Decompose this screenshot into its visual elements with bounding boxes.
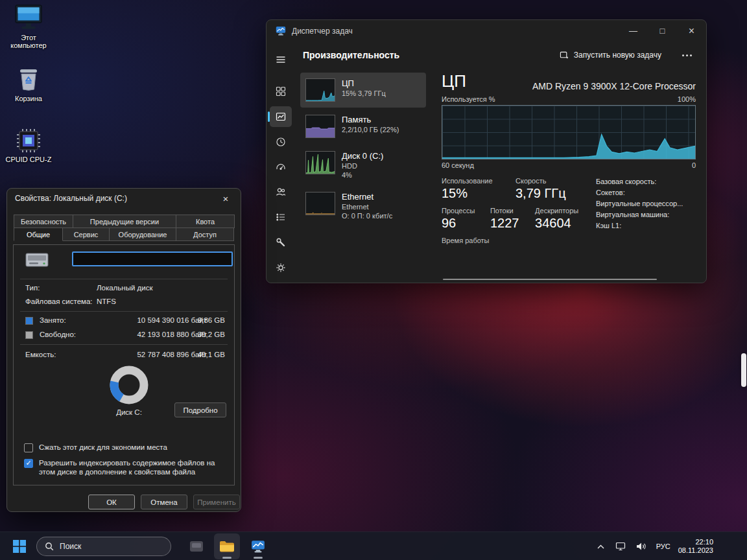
- ethernet-sparkline: [306, 192, 335, 215]
- close-button[interactable]: ×: [677, 20, 706, 41]
- windows-logo-icon: [13, 540, 26, 553]
- general-tab-page: Тип: Локальный диск Файловая система: NT…: [13, 244, 235, 485]
- taskbar-task-manager-icon[interactable]: [245, 533, 271, 559]
- desktop-icon-cpuz[interactable]: CPUID CPU-Z: [3, 128, 54, 163]
- run-new-task-button[interactable]: Запустить новую задачу: [554, 47, 667, 64]
- nav-app-history-icon[interactable]: [270, 132, 292, 152]
- more-options-icon[interactable]: [677, 51, 697, 60]
- taskbar-app-icon[interactable]: [184, 533, 209, 559]
- nav-details-icon[interactable]: [270, 207, 292, 228]
- dialog-title: Свойства: Локальный диск (C:): [15, 194, 127, 203]
- nav-users-icon[interactable]: [270, 181, 292, 202]
- index-checkbox-row[interactable]: ✓ Разрешить индексировать содержимое фай…: [24, 459, 226, 476]
- tray-language-indicator[interactable]: РУС: [654, 542, 672, 550]
- task-manager-icon: [251, 540, 265, 553]
- dialog-titlebar[interactable]: Свойства: Локальный диск (C:): [7, 189, 241, 208]
- processor-name: AMD Ryzen 9 3900X 12-Core Processor: [532, 81, 696, 91]
- nav-processes-icon[interactable]: [270, 81, 292, 102]
- tab-previous-versions[interactable]: Предыдущие версии: [73, 215, 176, 228]
- metric-name: ЦП: [342, 78, 386, 88]
- compress-checkbox-label: Сжать этот диск для экономии места: [39, 443, 167, 452]
- metric-name: Ethernet: [342, 192, 392, 202]
- filesystem-label: Файловая система:: [25, 298, 93, 305]
- desktop-icon-label: Этот компьютер: [3, 34, 54, 49]
- tray-network-icon[interactable]: [614, 539, 628, 554]
- metric-detail: О: 0 П: 0 кбит/с: [342, 212, 392, 220]
- metric-card-cpu[interactable]: ЦП 15% 3,79 ГГц: [300, 73, 426, 108]
- graph-ymax: 100%: [678, 95, 696, 103]
- run-task-label: Запустить новую задачу: [574, 51, 661, 60]
- tray-time: 22:10: [678, 538, 713, 546]
- nav-startup-apps-icon[interactable]: [270, 157, 292, 178]
- index-checkbox-label: Разрешить индексировать содержимое файло…: [39, 459, 226, 476]
- free-size: 39,2 GB: [190, 331, 225, 338]
- horizontal-scrollbar[interactable]: [443, 279, 657, 280]
- recycle-bin-icon: [17, 66, 40, 92]
- maximize-button[interactable]: □: [648, 20, 677, 41]
- taskbar-explorer-icon[interactable]: [214, 533, 240, 559]
- disk-sparkline: [306, 152, 335, 174]
- metric-name: Диск 0 (C:): [342, 151, 383, 161]
- cpu-detail-panel: ЦП AMD Ryzen 9 3900X 12-Core Processor И…: [430, 69, 706, 283]
- nav-services-icon[interactable]: [270, 232, 292, 253]
- info-label: Сокетов:: [596, 189, 696, 196]
- tab-control: Безопасность Предыдущие версии Квота Общ…: [14, 215, 234, 241]
- tab-quota[interactable]: Квота: [176, 215, 235, 228]
- stat-value: 3,79 ГГц: [516, 186, 587, 201]
- settings-gear-icon[interactable]: [270, 257, 292, 278]
- volume-label-input[interactable]: [72, 251, 233, 266]
- filesystem-row: Файловая система: NTFS: [25, 298, 226, 307]
- desktop-icon-label: CPUID CPU-Z: [6, 156, 52, 163]
- tab-general[interactable]: Общие: [14, 228, 63, 241]
- info-label: Кэш L1:: [596, 222, 696, 229]
- tab-tools[interactable]: Сервис: [62, 228, 110, 241]
- info-label: Базовая скорость:: [596, 178, 696, 185]
- desktop-icon-recycle-bin[interactable]: Корзина: [3, 66, 54, 102]
- tab-hardware[interactable]: Оборудование: [109, 228, 176, 241]
- capacity-label: Емкость:: [25, 351, 56, 358]
- free-color-swatch: [25, 331, 33, 339]
- metric-detail: HDD: [342, 162, 383, 170]
- cpu-usage-graph[interactable]: [442, 105, 696, 159]
- memory-sparkline: [306, 115, 335, 137]
- search-input[interactable]: Поиск: [36, 537, 171, 556]
- dialog-close-icon[interactable]: ×: [213, 190, 238, 207]
- details-button[interactable]: Подробно: [174, 402, 226, 417]
- stat-value: 34604: [535, 216, 587, 231]
- ok-button[interactable]: ОК: [88, 495, 135, 509]
- free-label: Свободно:: [40, 331, 76, 338]
- nav-performance-icon[interactable]: [270, 106, 292, 127]
- task-manager-nav-rail: [267, 41, 295, 283]
- search-placeholder: Поиск: [60, 542, 81, 551]
- used-space-row: Занято: 10 594 390 016 байт 9,86 GB: [25, 316, 226, 326]
- filesystem-value: NTFS: [97, 298, 116, 305]
- tray-volume-icon[interactable]: [634, 539, 648, 554]
- metric-card-disk[interactable]: Диск 0 (C:) HDD 4%: [300, 145, 426, 185]
- compress-checkbox[interactable]: [24, 443, 33, 452]
- compress-checkbox-row[interactable]: Сжать этот диск для экономии места: [24, 443, 226, 452]
- index-checkbox[interactable]: ✓: [24, 459, 33, 468]
- metric-detail: 2,2/10,0 ГБ (22%): [342, 126, 399, 134]
- minimize-button[interactable]: —: [619, 20, 648, 41]
- tab-sharing[interactable]: Доступ: [176, 228, 234, 241]
- folder-icon: [219, 540, 235, 553]
- metric-card-memory[interactable]: Память 2,2/10,0 ГБ (22%): [300, 109, 426, 144]
- disk-properties-dialog: Свойства: Локальный диск (C:) × Безопасн…: [6, 188, 241, 512]
- computer-icon: [14, 4, 43, 31]
- tray-clock[interactable]: 22:10 08.11.2023: [678, 538, 713, 555]
- cancel-button[interactable]: Отмена: [141, 495, 187, 509]
- tray-chevron-up-icon[interactable]: [594, 539, 608, 554]
- task-manager-titlebar[interactable]: Диспетчер задач — □ ×: [267, 20, 706, 41]
- desktop-icon-this-pc[interactable]: Этот компьютер: [3, 4, 54, 49]
- type-row: Тип: Локальный диск: [25, 284, 226, 294]
- start-button[interactable]: [6, 533, 32, 559]
- tray-date: 08.11.2023: [678, 546, 713, 555]
- scrollbar-handle[interactable]: [741, 353, 746, 387]
- metric-card-ethernet[interactable]: Ethernet Ethernet О: 0 П: 0 кбит/с: [300, 186, 426, 226]
- stat-value: 1227: [490, 216, 526, 231]
- app-window-icon: [189, 540, 204, 553]
- tab-security[interactable]: Безопасность: [14, 215, 73, 228]
- stat-label: Потоки: [490, 207, 526, 215]
- menu-hamburger-icon[interactable]: [270, 49, 292, 70]
- metric-detail: Ethernet: [342, 203, 392, 211]
